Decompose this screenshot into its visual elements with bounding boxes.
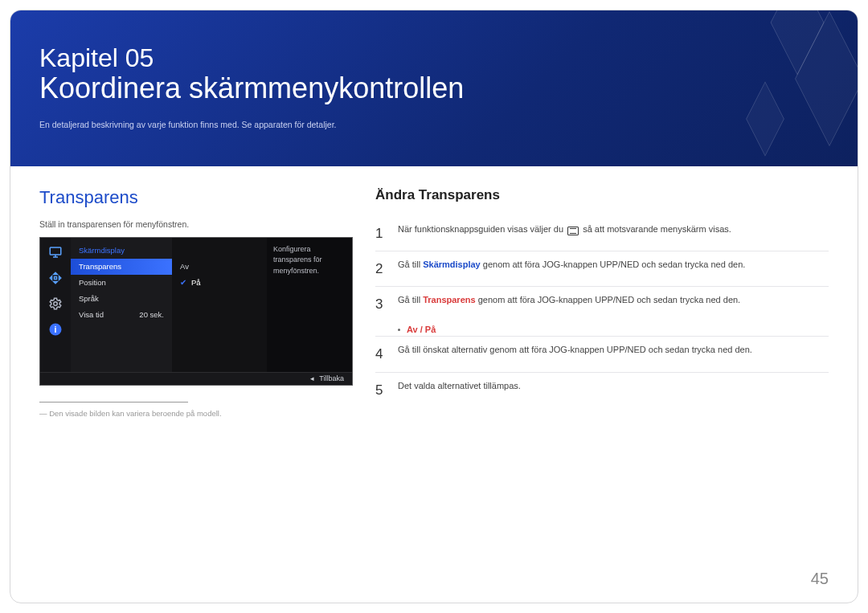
check-icon: ✔ [180, 278, 186, 287]
step-number: 2 [375, 258, 387, 280]
menu-icon [567, 227, 579, 235]
step-4: 4 Gå till önskat alternativ genom att fö… [375, 336, 829, 371]
info-icon: i [47, 321, 63, 337]
svg-rect-0 [50, 247, 61, 255]
osd-sidebar: i [40, 238, 71, 372]
step-number: 4 [375, 343, 387, 365]
osd-mockup: i Skärmdisplay Transparens Position [39, 237, 353, 386]
back-label: Tillbaka [319, 374, 344, 382]
osd-menu-title: Skärmdisplay [71, 243, 172, 259]
step-1: 1 När funktionsknappsguiden visas väljer… [375, 216, 829, 251]
step-number: 5 [375, 379, 387, 401]
gear-icon [47, 296, 63, 312]
step-number: 1 [375, 223, 387, 244]
divider [39, 402, 188, 403]
svg-text:i: i [55, 325, 57, 334]
osd-footer: ◂ Tillbaka [40, 372, 352, 385]
right-column: Ändra Transparens 1 När funktionsknappsg… [372, 187, 829, 418]
arrows-icon [47, 270, 63, 286]
step-text: Gå till Transparens genom att föra JOG-k… [398, 293, 740, 315]
page-frame: Kapitel 05 Koordinera skärmmenykontrolle… [10, 10, 858, 603]
chapter-header: Kapitel 05 Koordinera skärmmenykontrolle… [10, 10, 858, 166]
page-body: Transparens Ställ in transparensen för m… [10, 166, 858, 418]
osd-menu-item: Transparens [71, 259, 172, 275]
section-title: Transparens [39, 187, 353, 208]
monitor-icon [47, 244, 63, 260]
steps-list: 1 När funktionsknappsguiden visas väljer… [375, 216, 829, 407]
step-2: 2 Gå till Skärmdisplay genom att föra JO… [375, 251, 829, 286]
osd-menu-item: Språk [71, 291, 172, 307]
section-desc: Ställ in transparensen för menyfönstren. [39, 219, 353, 229]
osd-menu-list: Skärmdisplay Transparens Position Språk [71, 238, 172, 372]
osd-menu-item: Visa tid 20 sek. [71, 307, 172, 323]
step-text: Gå till önskat alternativ genom att föra… [398, 343, 752, 365]
step-text: Gå till Skärmdisplay genom att föra JOG-… [398, 258, 745, 280]
option-bullet: Av / På [375, 321, 829, 336]
step-number: 3 [375, 293, 387, 315]
osd-option-off: Av [172, 259, 267, 275]
step-text: Det valda alternativet tillämpas. [398, 379, 521, 401]
svg-point-2 [54, 302, 58, 306]
osd-help-text: Konfigurera transparens för menyfönstren… [267, 238, 352, 372]
chapter-subtitle: En detaljerad beskrivning av varje funkt… [39, 120, 829, 129]
osd-menu-item: Position [71, 275, 172, 291]
subheading: Ändra Transparens [375, 187, 829, 203]
footnote: ― Den visade bilden kan variera beroende… [39, 409, 353, 418]
osd-option-list: Av ✔ På [172, 238, 267, 372]
svg-rect-1 [55, 276, 57, 279]
osd-option-on: ✔ På [172, 275, 267, 291]
left-column: Transparens Ställ in transparensen för m… [39, 187, 353, 418]
page-number: 45 [811, 570, 829, 588]
step-text: När funktionsknappsguiden visas väljer d… [398, 223, 731, 244]
back-arrow-icon: ◂ [310, 374, 314, 382]
step-3: 3 Gå till Transparens genom att föra JOG… [375, 286, 829, 321]
step-5: 5 Det valda alternativet tillämpas. [375, 372, 829, 407]
chapter-title: Koordinera skärmmenykontrollen [39, 72, 829, 104]
chapter-number: Kapitel 05 [39, 43, 829, 73]
bullet-icon [398, 329, 400, 331]
